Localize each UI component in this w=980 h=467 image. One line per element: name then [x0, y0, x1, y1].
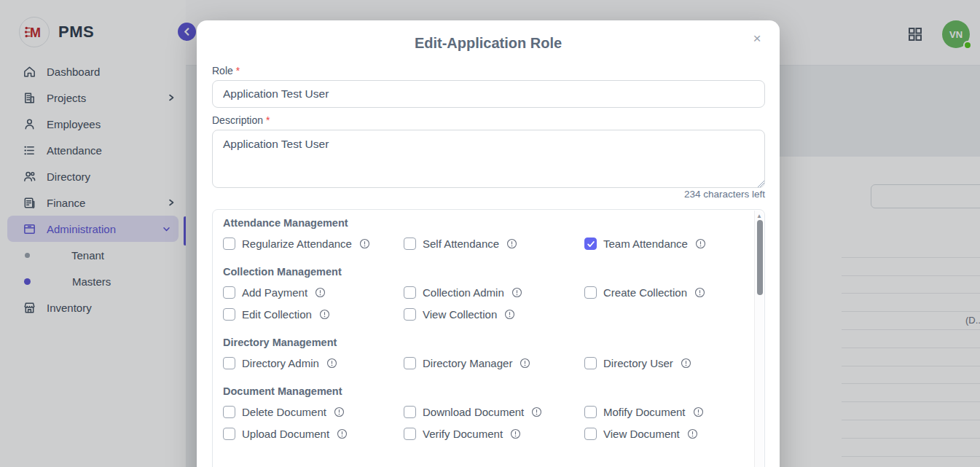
info-icon — [531, 407, 542, 417]
permission-section: Collection Management Add Payment Collec… — [223, 266, 744, 321]
permission-label: Verify Document — [423, 428, 503, 440]
permission-label: Self Attendance — [423, 238, 499, 250]
permission-checkbox-delete-document[interactable]: Delete Document — [223, 406, 404, 418]
checkbox[interactable] — [404, 406, 416, 418]
info-icon — [319, 309, 330, 320]
permissions-scrollbar[interactable]: ▲ ▼ — [754, 211, 764, 467]
checkbox[interactable] — [223, 428, 235, 440]
permission-checkbox-self-attendance[interactable]: Self Attendance — [404, 238, 584, 250]
info-icon — [504, 309, 515, 320]
info-icon — [359, 238, 370, 249]
permission-label: Delete Document — [242, 406, 326, 418]
permission-label: Mofify Document — [603, 406, 686, 418]
permission-label: Create Collection — [603, 286, 687, 299]
info-icon — [695, 238, 706, 249]
info-icon — [506, 238, 517, 249]
permission-checkbox-view-collection[interactable]: View Collection — [404, 308, 584, 321]
permission-label: Download Document — [423, 406, 524, 418]
required-asterisk: * — [266, 114, 270, 126]
info-icon — [511, 287, 522, 298]
checkbox[interactable] — [404, 357, 416, 369]
checkbox[interactable] — [584, 357, 597, 369]
info-icon — [693, 407, 704, 417]
permission-checkbox-collection-admin[interactable]: Collection Admin — [404, 286, 584, 299]
required-asterisk: * — [236, 65, 240, 76]
description-field-label: Description * — [212, 114, 270, 126]
permission-checkbox-regularize-attendance[interactable]: Regularize Attendance — [223, 238, 404, 250]
permission-checkbox-directory-user[interactable]: Directory User — [584, 357, 745, 369]
permission-label: Collection Admin — [423, 286, 504, 299]
modal-title: Edit-Application Role — [197, 35, 780, 52]
permission-checkbox-mofify-document[interactable]: Mofify Document — [584, 406, 745, 418]
checkbox[interactable] — [223, 357, 235, 369]
permission-checkbox-verify-document[interactable]: Verify Document — [404, 428, 584, 440]
permission-label: Team Attendance — [603, 238, 688, 250]
permission-label: Add Payment — [242, 286, 307, 299]
checkbox[interactable] — [223, 406, 235, 418]
scrollbar-thumb[interactable] — [757, 220, 763, 295]
permission-section-title: Collection Management — [223, 266, 744, 278]
checkbox[interactable] — [584, 286, 597, 299]
permission-label: Regularize Attendance — [242, 238, 352, 250]
checkbox[interactable] — [404, 286, 416, 299]
permission-checkbox-create-collection[interactable]: Create Collection — [584, 286, 745, 299]
permission-label: Directory Admin — [242, 357, 319, 369]
permission-checkbox-edit-collection[interactable]: Edit Collection — [223, 308, 404, 321]
characters-left-counter: 234 characters left — [684, 189, 765, 200]
permission-checkbox-view-document[interactable]: View Document — [584, 428, 745, 440]
description-textarea[interactable]: Application Test User — [212, 130, 765, 188]
role-field-label: Role * — [212, 65, 240, 76]
permission-checkbox-download-document[interactable]: Download Document — [404, 406, 584, 418]
permission-label: View Collection — [423, 308, 497, 321]
permission-section: Attendance Management Regularize Attenda… — [223, 217, 744, 250]
checkbox[interactable] — [404, 238, 416, 250]
checkbox[interactable] — [404, 308, 416, 321]
permission-section-title: Document Management — [223, 385, 744, 397]
permission-section-title: Directory Management — [223, 337, 744, 348]
permissions-scroll-area: Attendance Management Regularize Attenda… — [212, 209, 765, 467]
permission-section: Directory Management Directory Admin Dir… — [223, 337, 744, 369]
permission-checkbox-upload-document[interactable]: Upload Document — [223, 428, 404, 440]
permission-label: Directory Manager — [423, 357, 512, 369]
info-icon — [520, 358, 530, 369]
permission-checkbox-add-payment[interactable]: Add Payment — [223, 286, 404, 299]
role-input[interactable] — [212, 80, 765, 108]
info-icon — [681, 358, 691, 369]
info-icon — [326, 358, 337, 369]
permission-checkbox-team-attendance[interactable]: Team Attendance — [584, 238, 745, 250]
permission-section: Document Management Delete Document Down… — [223, 385, 744, 440]
checkbox[interactable] — [223, 238, 235, 250]
info-icon — [510, 428, 521, 439]
checkbox[interactable] — [223, 286, 235, 299]
info-icon — [687, 428, 698, 439]
checkbox[interactable] — [584, 428, 597, 440]
permission-checkbox-directory-manager[interactable]: Directory Manager — [404, 357, 584, 369]
checkbox[interactable] — [584, 238, 597, 250]
permission-section-title: Attendance Management — [223, 217, 744, 229]
permission-label: View Document — [603, 428, 680, 440]
checkbox[interactable] — [223, 308, 235, 321]
permission-label: Upload Document — [242, 428, 329, 440]
info-icon — [334, 407, 345, 417]
edit-application-role-modal: × Edit-Application Role Role * Descripti… — [197, 20, 780, 467]
info-icon — [337, 428, 348, 439]
checkbox[interactable] — [584, 406, 597, 418]
scroll-up-arrow[interactable]: ▲ — [755, 213, 764, 219]
permission-checkbox-directory-admin[interactable]: Directory Admin — [223, 357, 404, 369]
info-icon — [694, 287, 705, 298]
checkbox[interactable] — [404, 428, 416, 440]
info-icon — [315, 287, 326, 298]
permission-label: Directory User — [603, 357, 673, 369]
permission-label: Edit Collection — [242, 308, 312, 321]
